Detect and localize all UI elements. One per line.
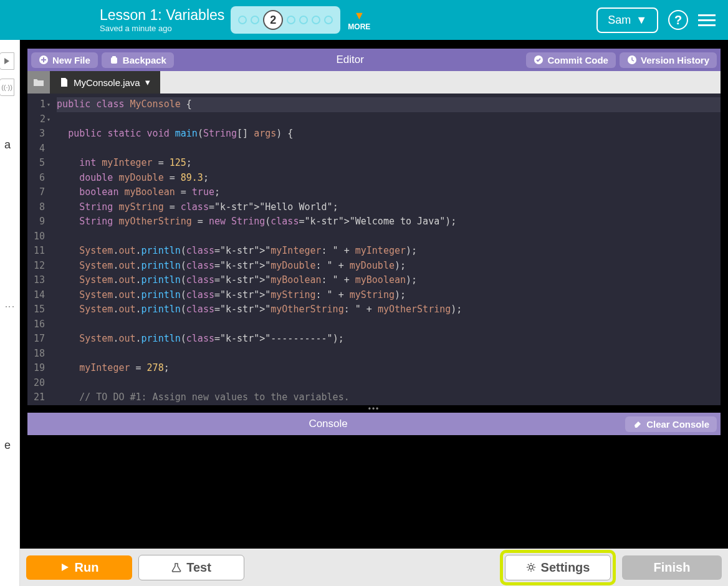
eraser-icon	[633, 419, 643, 429]
progress-dot[interactable]	[312, 16, 320, 24]
chevron-down-icon[interactable]: ▾	[145, 77, 150, 88]
console-output[interactable]	[27, 435, 721, 545]
file-tab[interactable]: MyConsole.java ▾	[50, 71, 160, 94]
code-body[interactable]: public class MyConsole { public static v…	[54, 94, 721, 405]
finish-button[interactable]: Finish	[622, 555, 722, 580]
progress-dot[interactable]	[238, 16, 247, 24]
svg-rect-2	[112, 56, 116, 58]
editor-toolbar: New File Backpack Editor Commit Code Ver…	[27, 49, 721, 71]
more-label: MORE	[348, 22, 370, 31]
svg-point-5	[529, 565, 533, 569]
run-button[interactable]: Run	[26, 555, 132, 580]
progress-dot[interactable]	[251, 16, 259, 24]
left-letter-e: e	[4, 439, 11, 452]
file-name: MyConsole.java	[74, 77, 140, 88]
user-menu-button[interactable]: Sam ▼	[596, 7, 658, 33]
settings-button[interactable]: Settings	[505, 555, 611, 580]
backpack-button[interactable]: Backpack	[102, 52, 174, 68]
console-title: Console	[31, 418, 625, 430]
clear-console-button[interactable]: Clear Console	[625, 416, 717, 432]
version-history-button[interactable]: Version History	[620, 52, 717, 68]
console-header: Console Clear Console	[27, 413, 721, 435]
resize-handle[interactable]: •••	[27, 405, 721, 413]
settings-highlight: Settings	[500, 550, 616, 585]
user-name: Sam	[608, 14, 631, 27]
progress-dot[interactable]	[299, 16, 308, 24]
gear-icon	[526, 562, 536, 572]
play-icon	[60, 562, 70, 572]
progress-indicator[interactable]: 2	[231, 6, 340, 34]
backpack-icon	[109, 55, 119, 65]
main-area: ((·)) a ⋮ e New File Backpack Editor Com…	[0, 40, 728, 586]
file-tabs: MyConsole.java ▾	[27, 71, 721, 94]
more-dropdown[interactable]: ▼ MORE	[348, 9, 370, 31]
folder-icon	[33, 77, 44, 87]
lesson-block: Lesson 1: Variables Saved a minute ago	[100, 7, 224, 33]
file-icon	[60, 77, 69, 87]
hamburger-menu-icon[interactable]	[698, 14, 716, 26]
plus-circle-icon	[39, 55, 49, 65]
clock-icon	[627, 55, 637, 65]
editor-title: Editor	[178, 54, 523, 66]
flask-icon	[171, 562, 181, 572]
chevron-down-icon: ▼	[353, 9, 365, 22]
sound-tab-icon[interactable]: ((·))	[0, 79, 14, 96]
top-header: Lesson 1: Variables Saved a minute ago 2…	[0, 0, 728, 40]
file-browser-button[interactable]	[27, 71, 50, 94]
chevron-down-icon: ▼	[636, 14, 647, 27]
left-panel-collapsed: ((·)) a ⋮ e	[0, 40, 20, 586]
line-gutter: 1▾ 2▾ 3 4 5 6 7 8 9 10 11 12 13 14 15 16…	[27, 94, 54, 405]
new-file-button[interactable]: New File	[31, 52, 98, 68]
progress-dot[interactable]	[324, 16, 333, 24]
check-circle-icon	[534, 55, 544, 65]
play-tab-icon[interactable]	[0, 52, 14, 70]
editor-frame: New File Backpack Editor Commit Code Ver…	[20, 40, 728, 586]
help-icon[interactable]: ?	[668, 10, 688, 30]
progress-current[interactable]: 2	[263, 10, 283, 30]
resize-handle-dots-icon[interactable]: ⋮	[4, 302, 16, 310]
test-button[interactable]: Test	[138, 555, 244, 580]
code-editor[interactable]: 1▾ 2▾ 3 4 5 6 7 8 9 10 11 12 13 14 15 16…	[27, 94, 721, 405]
svg-rect-1	[111, 57, 117, 64]
lesson-title: Lesson 1: Variables	[100, 7, 224, 24]
left-letter-a: a	[4, 138, 11, 151]
commit-code-button[interactable]: Commit Code	[526, 52, 616, 68]
bottom-bar: Run Test Settings Finish	[20, 549, 728, 586]
saved-status: Saved a minute ago	[100, 24, 224, 33]
progress-dot[interactable]	[287, 16, 295, 24]
